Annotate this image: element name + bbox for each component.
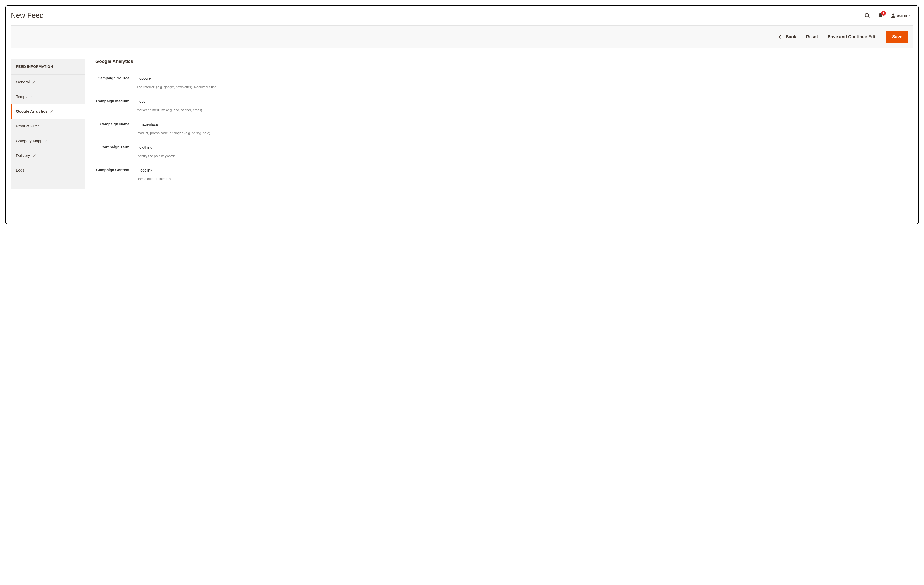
sidebar-header: FEED INFORMATION (11, 59, 85, 74)
sidebar-item-label: Google Analytics (16, 109, 48, 114)
campaign-name-label: Campaign Name (96, 120, 137, 135)
admin-username: admin (897, 13, 907, 18)
campaign-name-hint: Product, promo code, or slogan (e.g. spr… (137, 131, 276, 135)
campaign-source-hint: The referrer: (e.g. google, newsletter).… (137, 85, 276, 89)
campaign-medium-hint: Marketing medium: (e.g. cpc, banner, ema… (137, 108, 276, 112)
sidebar-item-category-mapping[interactable]: Category Mapping (11, 133, 85, 148)
sidebar-item-template[interactable]: Template (11, 89, 85, 104)
campaign-term-label: Campaign Term (96, 143, 137, 158)
search-icon[interactable] (864, 12, 870, 18)
user-icon (891, 13, 896, 18)
campaign-content-hint: Use to differentiate ads (137, 177, 276, 181)
back-button[interactable]: Back (779, 34, 796, 40)
save-button[interactable]: Save (886, 31, 908, 43)
pencil-icon (32, 80, 36, 84)
section-title: Google Analytics (96, 59, 906, 67)
sidebar-item-general[interactable]: General (11, 74, 85, 89)
reset-button[interactable]: Reset (806, 34, 818, 40)
svg-point-2 (892, 14, 894, 16)
sidebar-item-label: Delivery (16, 153, 30, 158)
campaign-medium-input[interactable] (137, 97, 276, 106)
sidebar-item-label: Category Mapping (16, 139, 48, 143)
save-continue-button[interactable]: Save and Continue Edit (828, 34, 876, 40)
sidebar-item-label: General (16, 80, 30, 84)
notifications-icon[interactable]: 2 (878, 13, 883, 18)
pencil-icon (50, 110, 54, 113)
sidebar-item-google-analytics[interactable]: Google Analytics (11, 104, 85, 119)
svg-line-1 (868, 16, 870, 18)
campaign-term-input[interactable] (137, 143, 276, 152)
campaign-medium-label: Campaign Medium (96, 97, 137, 112)
campaign-source-label: Campaign Source (96, 74, 137, 89)
sidebar-item-label: Template (16, 94, 32, 99)
page-title: New Feed (11, 12, 44, 20)
chevron-down-icon (909, 14, 911, 17)
admin-user-menu[interactable]: admin (891, 13, 911, 18)
pencil-icon (33, 154, 36, 157)
campaign-name-input[interactable] (137, 120, 276, 129)
campaign-content-label: Campaign Content (96, 165, 137, 181)
sidebar-item-delivery[interactable]: Delivery (11, 148, 85, 163)
campaign-term-hint: Identify the paid keywords (137, 154, 276, 158)
campaign-source-input[interactable] (137, 74, 276, 83)
arrow-left-icon (779, 35, 784, 39)
sidebar-item-label: Logs (16, 168, 25, 172)
sidebar-item-logs[interactable]: Logs (11, 163, 85, 177)
svg-point-0 (865, 13, 869, 17)
sidebar: FEED INFORMATION General Template Google… (11, 59, 85, 188)
notification-badge: 2 (881, 11, 886, 16)
sidebar-item-label: Product Filter (16, 124, 39, 128)
campaign-content-input[interactable] (137, 165, 276, 175)
sidebar-item-product-filter[interactable]: Product Filter (11, 119, 85, 133)
